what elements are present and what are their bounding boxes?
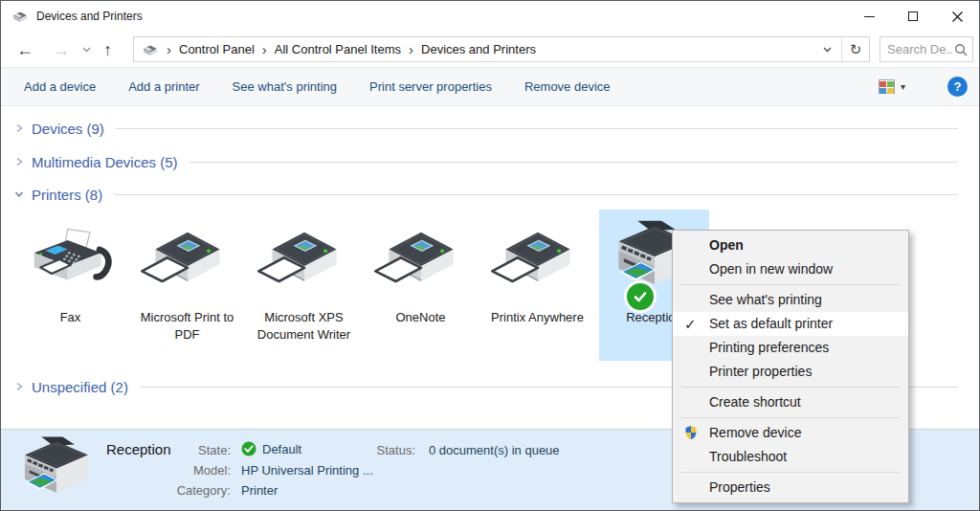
menu-item-troubleshoot[interactable]: Troubleshoot [673, 445, 908, 469]
default-check-icon [241, 441, 256, 456]
printer-label: Fax [60, 309, 81, 326]
checkmark-icon: ✓ [684, 312, 697, 336]
printer-icon [487, 223, 589, 296]
state-label: State: [169, 443, 231, 457]
breadcrumb-separator-icon: › [409, 42, 413, 56]
recent-pages-chevron-icon[interactable] [82, 47, 91, 53]
group-header-devices[interactable]: Devices (9) [14, 118, 979, 139]
printer-app-icon [11, 9, 29, 24]
printer-tile-microsoft-print-to-pdf[interactable]: Microsoft Print to PDF [132, 210, 242, 361]
see-whats-printing-button[interactable]: See what's printing [233, 79, 337, 94]
close-icon [952, 11, 963, 22]
category-label: Category: [169, 483, 231, 498]
menu-separator [681, 284, 900, 285]
window-title: Devices and Printers [36, 10, 143, 23]
menu-item-printing-preferences[interactable]: Printing preferences [673, 336, 908, 360]
printer-icon [370, 223, 472, 296]
printer-icon [137, 223, 238, 296]
menu-item-open[interactable]: Open [673, 233, 908, 257]
printer-label: Microsoft Print to PDF [132, 309, 242, 344]
help-button[interactable]: ? [947, 77, 968, 97]
address-dropdown-icon[interactable] [823, 47, 832, 53]
up-icon[interactable]: ↑ [103, 41, 112, 58]
address-bar[interactable]: › Control Panel › All Control Panel Item… [133, 36, 870, 62]
minimize-button[interactable] [847, 1, 891, 32]
chevron-down-icon [14, 189, 24, 199]
close-button[interactable] [935, 1, 979, 32]
fax-printer-icon [23, 224, 119, 295]
breadcrumb-devices-and-printers[interactable]: Devices and Printers [421, 42, 536, 56]
group-label: Unspecified (2) [32, 379, 128, 395]
maximize-button[interactable] [891, 1, 935, 32]
printer-icon [254, 223, 355, 296]
view-options-icon[interactable] [879, 79, 895, 94]
minimize-icon [864, 16, 875, 17]
title-bar: Devices and Printers [1, 1, 979, 32]
breadcrumb-all-control-panel-items[interactable]: All Control Panel Items [275, 42, 401, 56]
details-printer-name: Reception [106, 441, 171, 457]
search-input[interactable] [887, 42, 952, 56]
add-a-printer-button[interactable]: Add a printer [128, 79, 199, 94]
printer-label: Microsoft XPS Document Writer [249, 309, 359, 344]
view-options-caret-icon[interactable]: ▾ [901, 81, 905, 92]
menu-item-create-shortcut[interactable]: Create shortcut [673, 390, 908, 414]
window-controls [847, 1, 979, 32]
navigation-bar: ← → ↑ › Control Panel › All Control Pane… [1, 32, 979, 67]
chevron-right-icon [14, 123, 24, 133]
menu-item-printer-properties[interactable]: Printer properties [673, 360, 908, 384]
add-a-device-button[interactable]: Add a device [24, 79, 96, 94]
breadcrumb-control-panel[interactable]: Control Panel [179, 42, 255, 56]
help-icon: ? [954, 79, 962, 94]
model-value: HP Universal Printing ... [241, 463, 373, 478]
group-rule [189, 162, 958, 163]
model-label: Model: [169, 463, 231, 478]
group-header-printers[interactable]: Printers (8) [14, 184, 979, 205]
devices-and-printers-window: Devices and Printers ← → ↑ › Control Pan… [0, 0, 980, 511]
forward-icon: → [53, 41, 70, 58]
maximize-icon [908, 11, 918, 21]
menu-separator [681, 417, 900, 418]
chevron-right-icon [14, 382, 24, 391]
group-label: Multimedia Devices (5) [32, 154, 178, 170]
back-icon[interactable]: ← [16, 41, 33, 58]
menu-item-set-as-default-printer[interactable]: ✓ Set as default printer [673, 312, 908, 336]
status-value: 0 document(s) in queue [429, 443, 560, 457]
group-label: Printers (8) [32, 187, 102, 203]
category-value: Printer [241, 483, 278, 498]
print-server-properties-button[interactable]: Print server properties [369, 79, 492, 94]
context-menu: Open Open in new window See what's print… [672, 230, 909, 503]
printer-label: Printix Anywhere [491, 309, 584, 326]
command-toolbar: Add a device Add a printer See what's pr… [1, 67, 979, 106]
printer-tile-onenote[interactable]: OneNote [366, 210, 476, 361]
printer-tile-microsoft-xps-document-writer[interactable]: Microsoft XPS Document Writer [249, 210, 359, 361]
menu-item-open-in-new-window[interactable]: Open in new window [673, 257, 908, 281]
uac-shield-icon [683, 425, 699, 441]
printer-tile-fax[interactable]: Fax [15, 210, 125, 361]
remove-device-button[interactable]: Remove device [524, 79, 611, 94]
printers-list: Fax Microsoft Print to PDF Microsoft XPS… [15, 210, 716, 361]
group-header-multimedia-devices[interactable]: Multimedia Devices (5) [14, 151, 979, 172]
state-value: Default [241, 441, 301, 456]
chevron-right-icon [14, 157, 24, 167]
selected-printer-thumbnail [18, 435, 95, 506]
printer-label: OneNote [395, 309, 445, 326]
breadcrumb-separator-icon: › [262, 42, 267, 56]
refresh-icon[interactable]: ↻ [842, 41, 869, 58]
menu-separator [681, 472, 900, 473]
menu-item-remove-device[interactable]: Remove device [673, 421, 908, 445]
menu-item-see-whats-printing[interactable]: See what's printing [673, 288, 908, 312]
default-printer-badge-icon [624, 280, 657, 313]
menu-separator [681, 387, 900, 388]
group-label: Devices (9) [32, 121, 104, 137]
search-icon[interactable] [954, 43, 968, 56]
printer-tile-printix-anywhere[interactable]: Printix Anywhere [482, 210, 592, 361]
menu-item-properties[interactable]: Properties [673, 476, 908, 500]
search-box[interactable] [880, 36, 973, 62]
group-rule [116, 128, 958, 129]
breadcrumb-separator-icon: › [167, 42, 171, 56]
printer-breadcrumb-icon [142, 42, 159, 57]
status-label: Status: [368, 443, 415, 457]
group-rule [114, 194, 958, 195]
